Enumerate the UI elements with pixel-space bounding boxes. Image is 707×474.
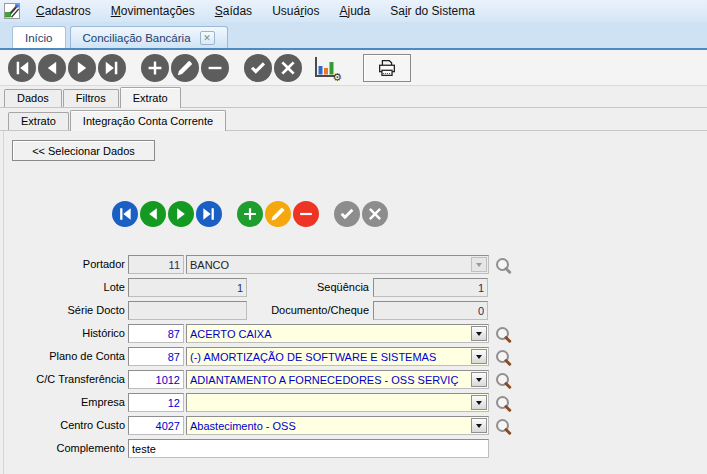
empresa-row: Empresa	[0, 393, 707, 412]
bar-chart-settings-icon[interactable]: ⚙	[311, 54, 339, 82]
sequencia-field[interactable]	[373, 278, 488, 297]
menu-item-sair-do-sistema[interactable]: Sair do Sistema	[380, 0, 485, 22]
application-window: CadastrosMovimentaçõesSaídasUsuáriosAjud…	[0, 0, 707, 474]
tab-filtros[interactable]: Filtros	[63, 89, 119, 107]
first-record-button[interactable]	[112, 201, 138, 227]
menu-bar: CadastrosMovimentaçõesSaídasUsuáriosAjud…	[0, 0, 707, 22]
centro-custo-code-field[interactable]	[128, 416, 184, 435]
centro-custo-value-field[interactable]	[187, 417, 470, 434]
first-record-button[interactable]	[8, 54, 36, 82]
complemento-row: Complemento	[0, 439, 707, 458]
add-record-button[interactable]	[237, 201, 263, 227]
serie-docto-row: Série Docto Documento/Cheque	[0, 301, 707, 320]
lote-field[interactable]	[128, 278, 247, 297]
chevron-down-icon[interactable]	[471, 326, 487, 341]
app-logo-icon	[4, 3, 20, 19]
cc-transferencia-lookup-icon[interactable]	[495, 372, 513, 390]
historico-lookup-icon[interactable]	[495, 326, 513, 344]
cc-transferencia-label: C/C Transferência	[0, 373, 125, 385]
portador-value-field[interactable]	[187, 256, 470, 273]
record-toolbar-buttons	[8, 54, 304, 82]
portador-row: Portador	[0, 255, 707, 274]
empresa-lookup-icon[interactable]	[495, 395, 513, 413]
plano-conta-row: Plano de Conta	[0, 347, 707, 366]
historico-value-field[interactable]	[187, 325, 470, 342]
next-record-button[interactable]	[168, 201, 194, 227]
portador-label: Portador	[0, 258, 125, 270]
empresa-label: Empresa	[0, 396, 125, 408]
main-toolbar: ⚙	[0, 50, 707, 86]
portador-code-field[interactable]	[128, 255, 184, 274]
menu-item-saidas[interactable]: Saídas	[205, 0, 262, 22]
complemento-field[interactable]	[128, 439, 489, 458]
plano-conta-label: Plano de Conta	[0, 350, 125, 362]
lote-label: Lote	[0, 281, 125, 293]
serie-docto-label: Série Docto	[0, 304, 125, 316]
portador-lookup-icon[interactable]	[495, 257, 513, 275]
main-tab-strip: Dados Filtros Extrato	[0, 86, 707, 108]
close-icon[interactable]: ✕	[200, 31, 215, 45]
confirm-button[interactable]	[244, 54, 272, 82]
plano-conta-lookup-icon[interactable]	[495, 349, 513, 367]
record-nav-buttons	[112, 201, 390, 227]
edit-record-button[interactable]	[171, 54, 199, 82]
delete-record-button[interactable]	[293, 201, 319, 227]
empresa-code-field[interactable]	[128, 393, 184, 412]
chevron-down-icon[interactable]	[471, 257, 487, 272]
print-button[interactable]	[363, 54, 411, 82]
subtab-integracao-conta-corrente[interactable]: Integração Conta Corrente	[70, 110, 226, 131]
menu-item-cadastros[interactable]: Cadastros	[26, 0, 101, 22]
chevron-down-icon[interactable]	[471, 372, 487, 387]
chevron-down-icon[interactable]	[471, 418, 487, 433]
subtab-extrato[interactable]: Extrato	[8, 112, 69, 130]
cc-transferencia-combo[interactable]	[186, 370, 489, 389]
historico-combo[interactable]	[186, 324, 489, 343]
menu-item-ajuda[interactable]: Ajuda	[329, 0, 380, 22]
edit-record-button[interactable]	[265, 201, 291, 227]
tab-extrato[interactable]: Extrato	[120, 87, 181, 108]
plano-conta-combo[interactable]	[186, 347, 489, 366]
historico-label: Histórico	[0, 327, 125, 339]
tab-conciliacao-label: Conciliação Bancária	[83, 32, 191, 44]
integracao-panel: << Selecionar Dados Portador Lote Seqüên…	[0, 131, 707, 474]
last-record-button[interactable]	[196, 201, 222, 227]
cancel-button[interactable]	[362, 201, 388, 227]
lote-row: Lote Seqüência	[0, 278, 707, 297]
last-record-button[interactable]	[98, 54, 126, 82]
previous-record-button[interactable]	[38, 54, 66, 82]
next-record-button[interactable]	[68, 54, 96, 82]
tab-conciliacao-bancaria[interactable]: Conciliação Bancária ✕	[70, 26, 228, 48]
menu-item-usuarios[interactable]: Usuários	[262, 0, 329, 22]
historico-code-field[interactable]	[128, 324, 184, 343]
documento-cheque-label: Documento/Cheque	[250, 304, 369, 316]
menu-item-movimentacoes[interactable]: Movimentações	[101, 0, 205, 22]
cc-transferencia-code-field[interactable]	[128, 370, 184, 389]
centro-custo-combo[interactable]	[186, 416, 489, 435]
complemento-label: Complemento	[0, 442, 125, 454]
gear-icon: ⚙	[332, 71, 342, 84]
chevron-down-icon[interactable]	[471, 349, 487, 364]
plano-conta-value-field[interactable]	[187, 348, 470, 365]
sub-tab-strip: Extrato Integração Conta Corrente	[0, 108, 707, 131]
menu-items: CadastrosMovimentaçõesSaídasUsuáriosAjud…	[26, 0, 485, 22]
tab-dados[interactable]: Dados	[4, 89, 62, 107]
documento-cheque-field[interactable]	[373, 301, 488, 320]
add-record-button[interactable]	[141, 54, 169, 82]
tab-inicio[interactable]: Início	[12, 26, 66, 48]
chevron-down-icon[interactable]	[471, 395, 487, 410]
empresa-combo[interactable]	[186, 393, 489, 412]
portador-combo[interactable]	[186, 255, 489, 274]
sequencia-label: Seqüência	[250, 281, 369, 293]
centro-custo-label: Centro Custo	[0, 419, 125, 431]
delete-record-button[interactable]	[201, 54, 229, 82]
centro-custo-lookup-icon[interactable]	[495, 418, 513, 436]
plano-conta-code-field[interactable]	[128, 347, 184, 366]
serie-docto-field[interactable]	[128, 301, 247, 320]
confirm-button[interactable]	[334, 201, 360, 227]
previous-record-button[interactable]	[140, 201, 166, 227]
cc-transferencia-value-field[interactable]	[187, 371, 470, 388]
selecionar-dados-button[interactable]: << Selecionar Dados	[12, 140, 155, 161]
cc-transferencia-row: C/C Transferência	[0, 370, 707, 389]
cancel-button[interactable]	[274, 54, 302, 82]
empresa-value-field[interactable]	[187, 394, 470, 411]
